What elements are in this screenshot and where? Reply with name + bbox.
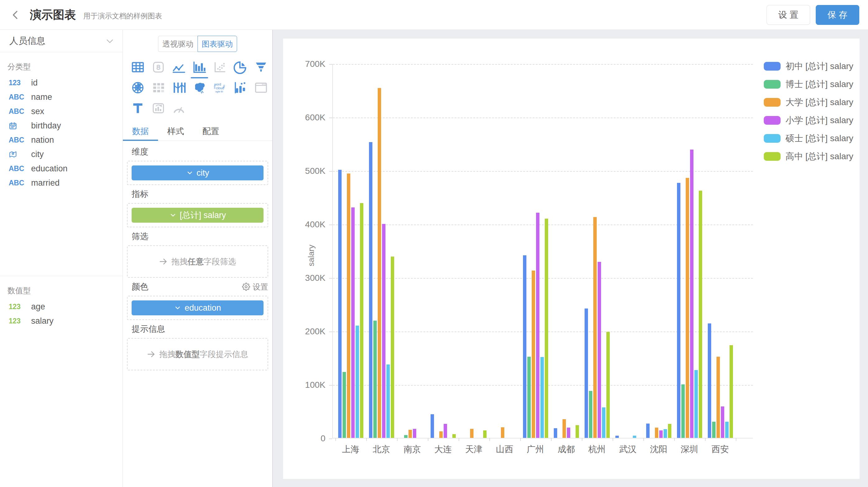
legend-item[interactable]: 初中 [总计] salary [764,60,854,72]
bar[interactable] [694,370,698,438]
bar[interactable] [338,170,342,438]
bar[interactable] [686,178,689,438]
filter-dropzone[interactable]: 拖拽任意字段筛选 [127,246,268,278]
bar[interactable] [598,262,601,438]
color-chip-education[interactable]: education [132,300,264,315]
bar[interactable] [470,429,473,438]
bar[interactable] [343,372,346,438]
bar[interactable] [408,430,412,438]
bar[interactable] [369,142,372,438]
bar[interactable] [708,323,711,438]
china-map-icon[interactable] [189,77,210,98]
bar[interactable] [391,257,394,438]
field-item-nation[interactable]: ABCnation [0,133,123,147]
legend-item[interactable]: 高中 [总计] salary [764,151,854,162]
bar[interactable] [615,436,619,438]
bar[interactable] [607,332,610,438]
settings-button[interactable]: 设 置 [767,5,810,25]
bar[interactable] [716,357,720,438]
line-chart-icon[interactable] [168,57,189,77]
bar[interactable] [439,431,443,438]
bar[interactable] [373,321,377,438]
save-button[interactable]: 保 存 [816,5,859,25]
bar[interactable] [532,270,535,438]
back-button[interactable] [9,8,22,22]
bar[interactable] [602,408,606,438]
color-settings-button[interactable]: 设置 [242,282,268,292]
bar[interactable] [355,326,359,438]
dimension-chip-city[interactable]: city [132,165,264,181]
bar[interactable] [444,424,447,438]
bar[interactable] [360,203,363,438]
measure-dropzone[interactable]: [总计] salary [127,203,268,227]
bar[interactable] [576,425,579,438]
tooltip-dropzone[interactable]: 拖拽数值型字段提示信息 [127,338,268,370]
bar[interactable] [730,345,733,438]
bar[interactable] [655,428,658,438]
bar[interactable] [690,150,693,438]
bar[interactable] [562,419,566,438]
bar[interactable] [351,207,355,438]
bar[interactable] [659,430,663,438]
bar[interactable] [554,428,557,438]
pie-chart-icon[interactable] [230,57,251,77]
bar[interactable] [633,436,636,438]
bar[interactable] [386,364,390,438]
measure-chip-salary[interactable]: [总计] salary [132,208,264,223]
field-item-sex[interactable]: ABCsex [0,104,123,119]
field-item-birthday[interactable]: birthday [0,119,123,133]
bar[interactable] [545,219,548,438]
bar[interactable] [721,407,724,438]
field-item-education[interactable]: ABCeducation [0,161,123,176]
tab-data[interactable]: 数据 [123,122,158,140]
field-item-city[interactable]: city [0,147,123,161]
bar[interactable] [413,429,416,438]
legend-item[interactable]: 大学 [总计] salary [764,96,854,108]
bar[interactable] [540,357,544,438]
field-item-name[interactable]: ABCname [0,90,123,104]
bar[interactable] [589,391,592,438]
field-item-id[interactable]: 123id [0,75,123,90]
legend-item[interactable]: 小学 [总计] salary [764,115,854,126]
toggle-pivot-driven[interactable]: 透视驱动 [158,36,197,52]
dimension-dropzone[interactable]: city [127,161,268,185]
field-item-married[interactable]: ABCmarried [0,176,123,190]
bar[interactable] [527,357,531,438]
radar-chart-icon[interactable] [128,77,148,98]
table-icon[interactable] [128,57,148,77]
color-dropzone[interactable]: education [127,296,268,320]
bar[interactable] [523,255,526,438]
bar[interactable] [567,428,570,438]
bar[interactable] [668,424,671,438]
field-item-age[interactable]: 123age [0,299,123,314]
bar[interactable] [677,183,680,438]
dataset-selector[interactable]: 人员信息 [0,30,123,52]
bar[interactable] [347,173,350,438]
word-cloud-icon[interactable]: wordbigclouddataagile BI [210,77,230,98]
bar[interactable] [663,429,667,438]
legend-item[interactable]: 博士 [总计] salary [764,78,854,90]
toggle-chart-driven[interactable]: 图表驱动 [197,36,237,52]
tab-config[interactable]: 配置 [193,122,228,140]
bar[interactable] [646,424,650,438]
bar[interactable] [378,88,381,438]
bar-chart-icon[interactable] [189,57,210,77]
field-item-salary[interactable]: 123salary [0,314,123,328]
bar[interactable] [681,384,685,438]
bullet-chart-icon[interactable] [230,77,251,98]
legend-item[interactable]: 硕士 [总计] salary [764,132,854,144]
bar[interactable] [501,427,504,438]
parallel-coordinates-icon[interactable] [168,77,189,98]
bar[interactable] [452,434,456,438]
bar[interactable] [699,191,702,438]
bar[interactable] [404,435,408,438]
bar[interactable] [585,309,588,438]
bar[interactable] [725,422,728,438]
tab-style[interactable]: 样式 [158,122,193,140]
bar[interactable] [536,213,539,438]
text-icon[interactable] [128,98,148,119]
funnel-chart-icon[interactable] [251,57,271,77]
bar[interactable] [483,430,487,438]
bar[interactable] [593,217,597,438]
bar[interactable] [712,422,716,438]
